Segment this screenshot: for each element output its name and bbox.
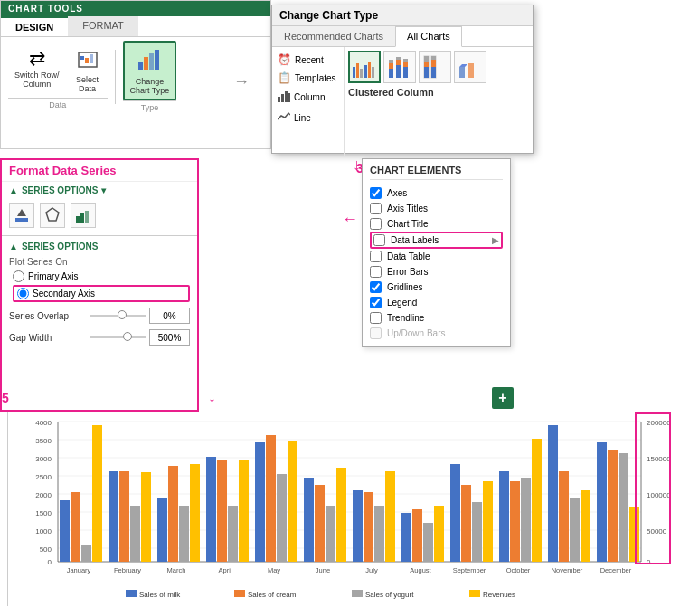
element-data-labels[interactable]: Data Labels ▶ [370, 232, 503, 249]
tab-all-charts[interactable]: All Charts [395, 26, 462, 47]
svg-rect-106 [510, 481, 520, 562]
gap-width-slider[interactable] [90, 336, 146, 338]
svg-rect-13 [356, 63, 359, 78]
3d-column-btn[interactable] [454, 51, 486, 83]
bar-chart-icon-btn[interactable] [71, 203, 96, 228]
series-overlap-slider[interactable] [90, 315, 146, 317]
svg-text:February: February [114, 566, 141, 574]
svg-rect-18 [389, 69, 393, 78]
element-updown-bars[interactable]: Up/Down Bars [370, 326, 503, 341]
change-chart-type-button[interactable]: ChangeChart Type [123, 41, 177, 100]
svg-rect-71 [81, 545, 91, 562]
add-element-button[interactable]: + [492, 387, 514, 409]
svg-rect-108 [532, 439, 542, 562]
svg-text:3500: 3500 [35, 437, 52, 445]
svg-rect-91 [326, 506, 335, 562]
stacked-column-btn[interactable] [383, 51, 416, 83]
chart-area: 4000 3500 3000 2500 2000 1500 1000 500 0… [7, 412, 672, 606]
sidebar-line[interactable]: Line [272, 108, 344, 128]
svg-rect-30 [424, 56, 429, 62]
fill-icon-btn[interactable] [9, 203, 34, 228]
clustered-column-btn[interactable] [348, 51, 381, 83]
chart-title-checkbox[interactable] [370, 218, 382, 230]
svg-rect-25 [403, 62, 408, 67]
column-icon [278, 90, 290, 105]
svg-text:3000: 3000 [35, 455, 52, 463]
tab-design[interactable]: DESIGN [1, 16, 68, 36]
primary-axis-option[interactable]: Primary Axis [13, 270, 190, 282]
svg-rect-9 [281, 94, 284, 102]
svg-rect-21 [396, 65, 401, 78]
100pct-column-btn[interactable] [419, 51, 451, 83]
gap-width-input[interactable]: 500% [149, 329, 190, 346]
legend-label: Legend [387, 298, 503, 308]
data-labels-checkbox[interactable] [373, 234, 385, 246]
series-options-header-label: SERIES OPTIONS [22, 185, 98, 195]
series-options-header[interactable]: ▲ SERIES OPTIONS ▾ [2, 182, 197, 199]
svg-rect-11 [288, 93, 290, 102]
gap-width-label: Gap Width [9, 333, 86, 343]
svg-rect-20 [389, 60, 393, 63]
tab-recommended[interactable]: Recommended Charts [272, 26, 395, 46]
primary-axis-radio[interactable] [13, 270, 24, 282]
svg-rect-102 [461, 485, 471, 562]
svg-rect-110 [559, 471, 569, 562]
pentagon-icon-btn[interactable] [40, 203, 65, 228]
step-5: 5 [2, 391, 9, 405]
svg-rect-115 [619, 453, 628, 562]
data-table-checkbox[interactable] [370, 251, 382, 262]
series-overlap-thumb[interactable] [118, 310, 127, 319]
svg-marker-39 [46, 208, 59, 221]
plot-series-on-label: Plot Series On [9, 257, 190, 267]
element-chart-title[interactable]: Chart Title [370, 216, 503, 232]
element-trendline[interactable]: Trendline [370, 310, 503, 326]
chart-icon-list [348, 51, 529, 83]
svg-rect-22 [396, 60, 401, 65]
svg-rect-98 [412, 509, 422, 562]
element-gridlines[interactable]: Gridlines [370, 280, 503, 295]
gridlines-checkbox[interactable] [370, 281, 382, 293]
chart-label: Clustered Column [348, 87, 529, 98]
element-axes[interactable]: Axes [370, 185, 503, 201]
svg-rect-109 [548, 425, 558, 562]
element-axis-titles[interactable]: Axis Titles [370, 201, 503, 216]
element-legend[interactable]: Legend [370, 295, 503, 310]
element-error-bars[interactable]: Error Bars [370, 264, 503, 280]
svg-rect-92 [336, 468, 346, 562]
sidebar-column[interactable]: Column [272, 87, 344, 108]
sidebar-recent[interactable]: ⏰ Recent [272, 51, 344, 69]
dialog-charts: Clustered Column [345, 47, 533, 156]
svg-rect-81 [206, 457, 216, 562]
format-panel-title: Format Data Series [2, 160, 197, 182]
svg-rect-97 [401, 513, 411, 562]
svg-rect-73 [109, 471, 118, 562]
legend-checkbox[interactable] [370, 297, 382, 308]
trendline-checkbox[interactable] [370, 312, 382, 324]
svg-rect-116 [629, 507, 639, 562]
secondary-axis-option[interactable]: Secondary Axis [13, 285, 190, 302]
svg-text:July: July [365, 566, 378, 574]
axes-checkbox[interactable] [370, 187, 382, 199]
svg-rect-38 [15, 218, 28, 222]
error-bars-checkbox[interactable] [370, 266, 382, 278]
select-data-button[interactable]: SelectData [68, 44, 108, 98]
svg-rect-8 [278, 97, 280, 102]
gap-width-thumb[interactable] [123, 332, 132, 341]
trendline-label: Trendline [387, 313, 503, 323]
svg-rect-101 [450, 464, 460, 562]
tab-format[interactable]: FORMAT [68, 16, 138, 36]
series-section-label: SERIES OPTIONS [22, 242, 98, 251]
svg-rect-113 [597, 442, 607, 562]
series-overlap-input[interactable]: 0% [149, 308, 190, 324]
sidebar-templates[interactable]: 📋 Templates [272, 69, 344, 87]
svg-text:March: March [167, 566, 186, 574]
ribbon: CHART TOOLS DESIGN FORMAT ⇄ Switch Row/C… [0, 0, 271, 149]
ribbon-title: CHART TOOLS [1, 1, 270, 16]
secondary-axis-radio[interactable] [17, 288, 29, 299]
elements-title: CHART ELEMENTS [370, 165, 503, 180]
svg-text:Revenues: Revenues [483, 591, 515, 599]
axis-titles-checkbox[interactable] [370, 203, 382, 214]
ribbon-content: ⇄ Switch Row/Column SelectData Data [1, 37, 270, 116]
switch-row-col-button[interactable]: ⇄ Switch Row/Column [8, 44, 66, 98]
element-data-table[interactable]: Data Table [370, 249, 503, 264]
